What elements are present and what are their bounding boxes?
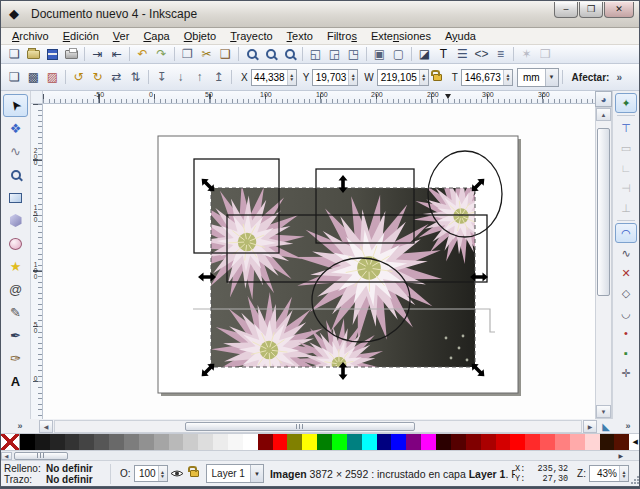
zoom-drawing[interactable] [261, 46, 280, 63]
palette-swatch[interactable] [35, 434, 50, 450]
field-t[interactable]: 146,673▲▼ [461, 69, 513, 86]
menu-ayuda[interactable]: Ayuda [438, 29, 483, 43]
lower[interactable]: ↓ [171, 69, 190, 86]
open-folder[interactable] [24, 46, 43, 63]
snap-midpoints[interactable]: • [615, 323, 637, 343]
xml-editor[interactable]: <> [472, 46, 491, 63]
palette-swatch-none[interactable] [1, 434, 20, 450]
spinner[interactable]: ▲▼ [348, 70, 357, 85]
menu-capa[interactable]: Capa [136, 29, 176, 43]
import[interactable]: ⇥ [88, 46, 107, 63]
palette-swatch[interactable] [243, 434, 258, 450]
palette-swatch[interactable] [466, 434, 481, 450]
menu-filtros[interactable]: Filtros [320, 29, 364, 43]
maximize-button[interactable]: ❒ [579, 2, 603, 18]
menu-texto[interactable]: Texto [280, 29, 320, 43]
palette-swatch[interactable] [154, 434, 169, 450]
palette-swatch[interactable] [139, 434, 154, 450]
layers-dialog[interactable]: ☰ [453, 46, 472, 63]
snap-bbox-edges[interactable]: ▭ [615, 138, 637, 158]
palette-swatch[interactable] [183, 434, 198, 450]
snap-path-intersections[interactable]: ✕ [615, 263, 637, 283]
resize-grip[interactable] [629, 461, 640, 486]
zoom-tool[interactable] [3, 163, 28, 186]
scroll-up-arrow[interactable]: ▲ [596, 108, 611, 121]
duplicate[interactable]: ◱ [306, 46, 325, 63]
palette-swatch[interactable] [525, 434, 540, 450]
star-tool[interactable]: ★ [3, 255, 28, 278]
palette-swatch[interactable] [391, 434, 406, 450]
menu-objeto[interactable]: Objeto [177, 29, 223, 43]
vertical-scrollbar[interactable]: ▲ ▼ [595, 107, 612, 419]
color-triangle-icon[interactable]: ◣ [597, 421, 615, 432]
text-tool[interactable]: A [3, 370, 28, 393]
rectangle-tool[interactable] [3, 186, 28, 209]
palette-scrollbar[interactable]: ◀ [1, 451, 83, 460]
deselect[interactable]: ▨ [43, 69, 62, 86]
palette-swatch[interactable] [362, 434, 377, 450]
tool-controls-overflow-chevron[interactable]: » [616, 72, 622, 83]
field-y[interactable]: 19,703▲▼ [312, 69, 358, 86]
palette-swatch[interactable] [421, 434, 436, 450]
selector-tool[interactable]: ➤ [3, 94, 28, 117]
palette-swatch[interactable] [481, 434, 496, 450]
scroll-down-arrow[interactable]: ▼ [596, 405, 611, 418]
copy[interactable]: ❐ [178, 46, 197, 63]
raise-to-top[interactable]: ↥ [209, 69, 228, 86]
palette-scroll-left-arrow[interactable]: ◀ [1, 452, 12, 460]
menu-ver[interactable]: Ver [106, 29, 137, 43]
pen-tool[interactable]: ✒ [3, 324, 28, 347]
palette-swatch[interactable] [124, 434, 139, 450]
snap-bbox[interactable]: ⊤ [615, 118, 637, 138]
spiral-tool[interactable]: @ [3, 278, 28, 301]
horizontal-scrollbar[interactable] [54, 420, 582, 433]
zoom-selection[interactable] [242, 46, 261, 63]
rotate-cw[interactable]: ↻ [88, 69, 107, 86]
zoom-input[interactable]: 43% ▲▼ [589, 465, 629, 482]
scroll-left-arrow[interactable]: ◀ [39, 420, 53, 433]
paste[interactable]: ❑ [216, 46, 235, 63]
snap-object-centers[interactable]: ▪ [615, 343, 637, 363]
preferences[interactable]: ✶ [517, 46, 536, 63]
layer-selector[interactable]: Layer 1 ▼ [206, 464, 264, 483]
select-all[interactable]: ❏ [5, 69, 24, 86]
palette-swatch[interactable] [570, 434, 585, 450]
spinner[interactable]: ▲▼ [503, 70, 512, 85]
calligraphy-tool[interactable]: ✑ [3, 347, 28, 370]
new-document[interactable]: ❏ [5, 46, 24, 63]
spinner[interactable]: ▲▼ [287, 70, 296, 85]
palette-swatch[interactable] [540, 434, 555, 450]
palette-swatch[interactable] [614, 434, 629, 450]
spinner[interactable]: ▲▼ [419, 70, 428, 85]
palette-scroll-right-arrow[interactable]: ▶ [618, 452, 623, 459]
palette-swatch[interactable] [50, 434, 65, 450]
fill-stroke-dialog[interactable]: ◪ [415, 46, 434, 63]
ellipse-tool[interactable] [3, 232, 28, 255]
layer-visibility-toggle[interactable] [168, 465, 186, 483]
opacity-spinner[interactable]: ▲▼ [158, 466, 167, 481]
palette-swatch[interactable] [510, 434, 525, 450]
cut[interactable]: ✂ [197, 46, 216, 63]
unit-selector[interactable]: mm▼ [517, 68, 559, 87]
fill-stroke-indicator[interactable]: Relleno:No definir Trazo:No definir [1, 463, 107, 485]
palette-swatch[interactable] [228, 434, 243, 450]
palette-swatch[interactable] [273, 434, 288, 450]
layer-lock-toggle[interactable] [186, 465, 204, 483]
snap-rotation-centers[interactable]: ✛ [615, 363, 637, 383]
undo[interactable]: ↶ [133, 46, 152, 63]
flip-horizontal[interactable]: ⇄ [107, 69, 126, 86]
toolbox-overflow-chevron[interactable]: » [1, 421, 39, 431]
palette-swatch[interactable] [347, 434, 362, 450]
create-clone[interactable]: ◲ [325, 46, 344, 63]
raise[interactable]: ↑ [190, 69, 209, 86]
pencil-tool[interactable]: ✎ [3, 301, 28, 324]
palette-swatch[interactable] [79, 434, 94, 450]
snap-bbox-corners[interactable]: ∟ [615, 158, 637, 178]
palette-swatch[interactable] [65, 434, 80, 450]
horizontal-ruler[interactable]: -50050100150200250300350 [43, 91, 597, 104]
palette-swatch[interactable] [20, 434, 35, 450]
close-button[interactable]: ✕ [604, 2, 634, 18]
export[interactable]: ⇤ [107, 46, 126, 63]
zoom-page[interactable] [280, 46, 299, 63]
palette-swatch[interactable] [109, 434, 124, 450]
